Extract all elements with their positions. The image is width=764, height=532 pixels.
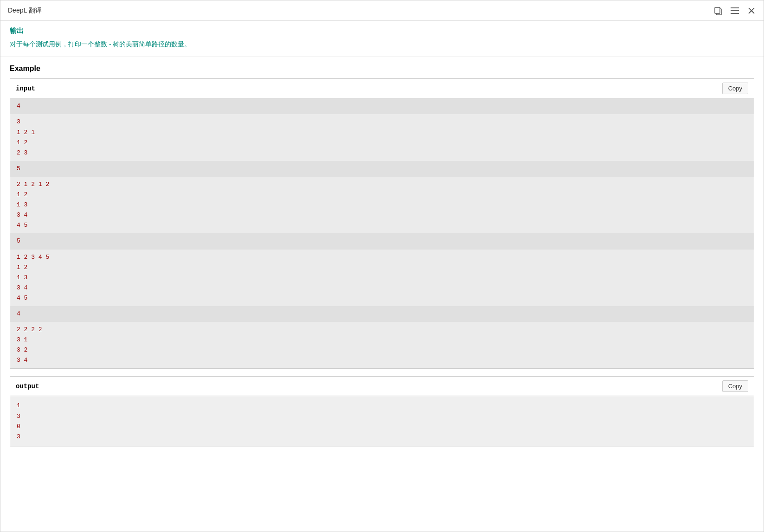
- input-section-1b: 3 1 2 1 1 2 2 3: [10, 114, 754, 160]
- content-area: Example input Copy 4 3 1 2 1 1 2 2 3 5: [0, 57, 764, 532]
- input-line: 4 5: [17, 293, 747, 303]
- output-content: 1 3 0 3: [10, 396, 754, 446]
- output-label: output: [16, 383, 39, 390]
- input-label: input: [16, 85, 35, 92]
- input-line: 2 3: [17, 148, 747, 158]
- window-title: DeepL 翻译: [8, 6, 42, 15]
- input-line: 1 2: [17, 263, 747, 273]
- output-header: output Copy: [10, 377, 754, 396]
- copy-icon[interactable]: [713, 6, 723, 15]
- input-section-3: 5: [10, 233, 754, 249]
- translation-label: 输出: [10, 26, 754, 35]
- input-line: 1 3: [17, 273, 747, 283]
- input-line: 4: [17, 101, 747, 111]
- input-block: input Copy 4 3 1 2 1 1 2 2 3 5 2 1 2 1 2: [10, 78, 754, 369]
- title-bar: DeepL 翻译: [0, 0, 764, 21]
- input-section-4: 4: [10, 306, 754, 322]
- translation-panel: 输出 对于每个测试用例，打印一个整数 - 树的美丽简单路径的数量。: [0, 21, 764, 57]
- input-line: 4: [17, 309, 747, 319]
- translation-text: 对于每个测试用例，打印一个整数 - 树的美丽简单路径的数量。: [10, 39, 754, 49]
- close-icon[interactable]: [747, 6, 756, 15]
- output-copy-button[interactable]: Copy: [722, 380, 748, 392]
- input-section-2b: 2 1 2 1 2 1 2 1 3 3 4 4 5: [10, 177, 754, 233]
- input-section-1: 4: [10, 98, 754, 114]
- output-line: 1: [17, 401, 747, 411]
- input-line: 3 4: [17, 210, 747, 220]
- svg-rect-1: [715, 7, 720, 13]
- output-line: 3: [17, 432, 747, 442]
- input-line: 1 2 3 4 5: [17, 252, 747, 263]
- input-line: 5: [17, 236, 747, 246]
- example-heading: Example: [10, 64, 754, 73]
- input-line: 1 3: [17, 200, 747, 210]
- input-line: 2 2 2 2: [17, 325, 747, 335]
- input-line: 1 2: [17, 138, 747, 148]
- output-line: 3: [17, 411, 747, 422]
- input-line: 3 4: [17, 355, 747, 365]
- input-line: 3 4: [17, 283, 747, 293]
- input-section-2: 5: [10, 161, 754, 177]
- main-window: DeepL 翻译: [0, 0, 764, 532]
- menu-icon[interactable]: [730, 6, 739, 15]
- input-line: 3 1: [17, 335, 747, 345]
- input-section-3b: 1 2 3 4 5 1 2 1 3 3 4 4 5: [10, 250, 754, 306]
- input-line: 2 1 2 1 2: [17, 179, 747, 190]
- input-section-4b: 2 2 2 2 3 1 3 2 3 4: [10, 322, 754, 368]
- input-line: 1 2: [17, 190, 747, 200]
- input-copy-button[interactable]: Copy: [722, 83, 748, 94]
- input-line: 5: [17, 164, 747, 174]
- input-line: 1 2 1: [17, 128, 747, 138]
- output-line: 0: [17, 422, 747, 432]
- input-line: 3 2: [17, 345, 747, 355]
- output-block: output Copy 1 3 0 3: [10, 376, 754, 447]
- title-bar-controls: [713, 6, 756, 15]
- input-header: input Copy: [10, 79, 754, 98]
- input-line: 4 5: [17, 220, 747, 231]
- input-line: 3: [17, 117, 747, 127]
